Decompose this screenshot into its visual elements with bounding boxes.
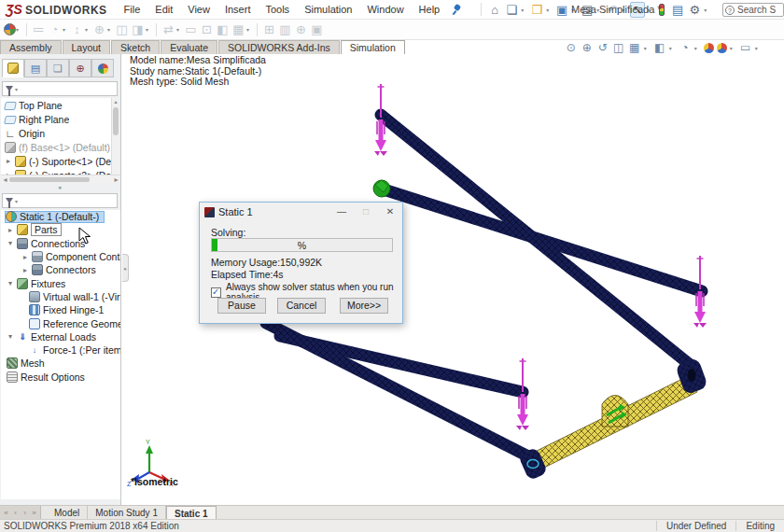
menu-edit[interactable]: Edit xyxy=(147,2,180,17)
last-tab-icon[interactable]: » xyxy=(30,509,38,517)
panel-collapse-handle[interactable]: ● xyxy=(122,254,129,282)
dialog-title-bar[interactable]: Static 1 — □ ✕ xyxy=(200,203,402,221)
chevron-down-icon[interactable]: ▾ xyxy=(669,45,676,51)
menu-insert[interactable]: Insert xyxy=(217,2,259,17)
more-button[interactable]: More>> xyxy=(340,298,388,314)
sim-toolbar-icon[interactable]: ◫ xyxy=(114,22,130,37)
tree-item-top-plane[interactable]: Top Plane xyxy=(1,98,113,112)
panel-splitter[interactable]: ● xyxy=(1,184,119,189)
expand-arrow-icon[interactable]: ▾ xyxy=(7,332,14,341)
tab-model[interactable]: Model xyxy=(47,506,88,519)
next-tab-icon[interactable]: › xyxy=(21,509,29,517)
expand-arrow-icon[interactable]: ▸ xyxy=(7,226,14,234)
cancel-button[interactable]: Cancel xyxy=(277,298,326,314)
feature-tree-filter[interactable]: ▾ xyxy=(2,81,118,96)
pin-menu-icon[interactable] xyxy=(453,4,464,15)
sim-toolbar-icon[interactable]: ◧ xyxy=(215,22,231,37)
study-item-mesh[interactable]: Mesh xyxy=(1,357,120,370)
expand-arrow-icon[interactable]: ▸ xyxy=(21,266,29,274)
sim-toolbar-icon[interactable]: ⇄ xyxy=(161,22,176,37)
study-advisor-icon[interactable] xyxy=(4,23,16,35)
tab-motion-study-1[interactable]: Motion Study 1 xyxy=(88,506,166,519)
sim-toolbar-icon[interactable]: ▥ xyxy=(277,22,293,37)
chevron-down-icon[interactable]: ▾ xyxy=(546,7,553,13)
chevron-down-icon[interactable]: ▾ xyxy=(15,86,21,92)
sim-toolbar-icon[interactable]: ⊕ xyxy=(91,22,107,37)
view-settings-icon[interactable]: ▭ xyxy=(739,41,752,54)
study-item-connections[interactable]: ▾ Connections xyxy=(1,237,120,250)
selected-row[interactable]: Static 1 (-Default-) xyxy=(5,211,105,223)
expand-arrow-icon[interactable]: ▸ xyxy=(21,253,29,261)
close-icon[interactable]: ✕ xyxy=(378,203,402,220)
study-item-fixed-hinge[interactable]: Fixed Hinge-1 xyxy=(1,303,120,316)
chevron-down-icon[interactable]: ▾ xyxy=(704,7,710,13)
file-properties-icon[interactable]: ▤ xyxy=(670,3,685,17)
tree-item-right-plane[interactable]: Right Plane xyxy=(1,112,113,126)
scroll-left-icon[interactable]: ◂ xyxy=(1,175,9,184)
sim-toolbar-icon[interactable]: ⊕ xyxy=(293,22,309,37)
chevron-down-icon[interactable]: ▾ xyxy=(146,26,152,33)
new-document-icon[interactable]: ❏ xyxy=(504,3,519,17)
expand-arrow-icon[interactable]: ▾ xyxy=(7,279,14,287)
zoom-to-fit-icon[interactable]: ⊙ xyxy=(565,41,578,54)
tab-displaymanager[interactable] xyxy=(91,59,114,77)
study-item-virtual-wall[interactable]: Virtual wall-1 (-Virtual Wa xyxy=(1,290,120,303)
menu-simulation[interactable]: Simulation xyxy=(297,2,359,17)
section-view-icon[interactable]: ◫ xyxy=(612,41,625,54)
tree-item-origin[interactable]: ∟ Origin xyxy=(1,126,113,140)
tab-dimxpertmanager[interactable]: ⊕ xyxy=(69,59,91,77)
tab-simulation[interactable]: Simulation xyxy=(341,40,405,54)
sim-toolbar-icon[interactable]: ▣ xyxy=(309,22,325,37)
scroll-right-icon[interactable]: ▸ xyxy=(112,175,120,184)
view-orientation-icon[interactable]: ▦ xyxy=(628,41,641,54)
menu-view[interactable]: View xyxy=(180,2,217,17)
expand-arrow-icon[interactable]: ▾ xyxy=(7,239,14,247)
study-item-force-1[interactable]: ↓ Force-1 (:Per item: -125 kg xyxy=(1,343,120,357)
study-item-reference-geometry[interactable]: Reference Geometry-1 (:0 xyxy=(1,316,120,329)
menu-tools[interactable]: Tools xyxy=(258,2,297,17)
prev-tab-icon[interactable]: ‹ xyxy=(11,509,20,517)
study-item-component-contacts[interactable]: ▸ Component Contacts xyxy=(1,250,120,263)
first-tab-icon[interactable]: « xyxy=(2,509,10,517)
zoom-to-area-icon[interactable]: ⊕ xyxy=(581,41,594,54)
edit-appearance-icon[interactable] xyxy=(704,43,714,53)
tab-sketch[interactable]: Sketch xyxy=(111,40,160,54)
save-icon[interactable]: ▣ xyxy=(554,3,569,17)
sim-toolbar-icon[interactable]: ↕ xyxy=(69,22,85,37)
study-tree-filter[interactable]: ▾ xyxy=(2,193,118,208)
tab-layout[interactable]: Layout xyxy=(63,40,111,54)
sim-toolbar-icon[interactable]: ▭ xyxy=(183,22,199,37)
study-item-connectors[interactable]: ▸ Connectors xyxy=(1,263,120,276)
chevron-down-icon[interactable]: ▾ xyxy=(63,26,69,33)
tab-propertymanager[interactable]: ▤ xyxy=(24,59,47,77)
expand-arrow-icon[interactable]: ▸ xyxy=(5,157,12,165)
study-item-fixtures[interactable]: ▾ Fixtures xyxy=(1,276,120,289)
tree-item-suporte-2[interactable]: ▸ (-) Suporte<2> (Default<<D xyxy=(1,168,113,175)
hide-show-items-icon[interactable]: ◔ xyxy=(679,41,692,54)
always-show-solver-checkbox[interactable] xyxy=(211,287,221,298)
open-icon[interactable]: ❒ xyxy=(529,3,544,17)
apply-scene-icon[interactable] xyxy=(717,43,727,53)
previous-view-icon[interactable]: ↺ xyxy=(596,41,609,54)
vertical-scrollbar[interactable]: ▴ xyxy=(111,98,119,175)
study-item-external-loads[interactable]: ▾ ⇓ External Loads xyxy=(1,330,120,343)
chevron-down-icon[interactable]: ▾ xyxy=(694,45,701,51)
chevron-down-icon[interactable]: ▾ xyxy=(107,26,114,33)
tab-assembly[interactable]: Assembly xyxy=(0,40,62,54)
sim-toolbar-icon[interactable]: ◨ xyxy=(130,22,146,37)
chevron-down-icon[interactable]: ▾ xyxy=(246,26,253,33)
chevron-down-icon[interactable]: ▾ xyxy=(755,45,762,51)
tab-static-1[interactable]: Static 1 xyxy=(166,506,217,519)
chevron-down-icon[interactable]: ▾ xyxy=(16,26,22,33)
pause-button[interactable]: Pause xyxy=(217,298,266,314)
chevron-down-icon[interactable]: ▾ xyxy=(644,45,651,51)
menu-file[interactable]: File xyxy=(117,2,148,17)
tree-item-base[interactable]: (f) Base<1> (Default) xyxy=(1,140,113,154)
sim-toolbar-icon[interactable]: ≔ xyxy=(31,22,47,37)
chevron-down-icon[interactable]: ▾ xyxy=(176,26,183,33)
chevron-down-icon[interactable]: ▾ xyxy=(85,26,91,33)
sim-toolbar-icon[interactable]: ◔ xyxy=(47,22,63,37)
sim-toolbar-icon[interactable]: ⊡ xyxy=(199,22,215,37)
options-gear-icon[interactable]: ⚙ xyxy=(687,3,702,17)
chevron-down-icon[interactable]: ▾ xyxy=(730,45,736,51)
